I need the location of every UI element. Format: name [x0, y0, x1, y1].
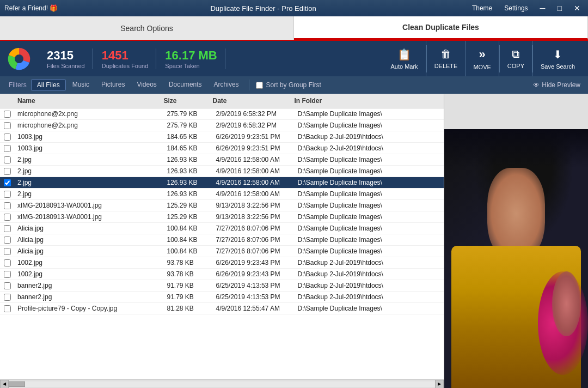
row-checkbox[interactable]	[4, 271, 11, 278]
row-name: 1003.jpg	[14, 131, 164, 142]
row-folder: D:\Sample Duplicate Images\	[295, 154, 444, 165]
filter-documents[interactable]: Documents	[163, 79, 207, 91]
table-row[interactable]: 2.jpg126.93 KB4/9/2016 12:58:00 AMD:\Sam…	[0, 177, 444, 189]
settings-button[interactable]: Settings	[501, 3, 531, 13]
row-name: Alicia.jpg	[14, 234, 164, 245]
row-size: 91.79 KB	[164, 292, 213, 302]
table-row[interactable]: xIMG-20180913-WA0001.jpg125.29 KB9/13/20…	[0, 200, 444, 211]
scroll-left-arrow[interactable]: ◀	[0, 380, 9, 389]
file-table-body[interactable]: microphone@2x.png275.79 KB2/9/2019 6:58:…	[0, 108, 444, 379]
row-checkbox[interactable]	[4, 214, 11, 221]
maximize-button[interactable]: □	[554, 3, 565, 14]
save-search-button[interactable]: ⬇ Save Search	[533, 41, 583, 76]
row-checkbox-cell[interactable]	[0, 143, 14, 154]
row-checkbox[interactable]	[4, 179, 11, 186]
row-checkbox-cell[interactable]	[0, 235, 14, 245]
table-row[interactable]: Alicia.jpg100.84 KB7/27/2016 8:07:06 PMD…	[0, 234, 444, 246]
move-label: MOVE	[473, 64, 491, 70]
row-checkbox[interactable]	[4, 225, 11, 232]
filter-all-files[interactable]: All Files	[31, 79, 66, 91]
table-row[interactable]: banner2.jpg91.79 KB6/25/2019 4:13:53 PMD…	[0, 292, 444, 303]
row-size: 126.93 KB	[164, 166, 213, 177]
table-row[interactable]: Alicia.jpg100.84 KB7/27/2016 8:07:06 PMD…	[0, 246, 444, 257]
row-checkbox[interactable]	[4, 134, 11, 141]
close-button[interactable]: ✕	[571, 3, 584, 14]
row-checkbox[interactable]	[4, 294, 11, 301]
move-button[interactable]: » MOVE	[465, 41, 499, 76]
row-checkbox[interactable]	[4, 282, 11, 289]
scroll-thumb[interactable]	[9, 381, 25, 387]
row-checkbox-cell[interactable]	[0, 281, 14, 291]
auto-mark-button[interactable]: 📋 Auto Mark	[383, 41, 426, 76]
minimize-button[interactable]: ─	[537, 3, 549, 14]
table-row[interactable]: xIMG-20180913-WA0001.jpg125.29 KB9/13/20…	[0, 211, 444, 223]
row-checkbox[interactable]	[4, 305, 11, 312]
scroll-right-arrow[interactable]: ▶	[435, 380, 444, 389]
table-row[interactable]: 2.jpg126.93 KB4/9/2016 12:58:00 AMD:\Sam…	[0, 154, 444, 166]
table-row[interactable]: 1003.jpg184.65 KB6/26/2019 9:23:51 PMD:\…	[0, 143, 444, 154]
row-checkbox-cell[interactable]	[0, 246, 14, 257]
row-checkbox[interactable]	[4, 156, 11, 163]
header-size[interactable]: Size	[161, 96, 210, 106]
header-folder[interactable]: In Folder	[291, 96, 438, 106]
titlebar-left: Refer a Friend! 🎁	[4, 4, 58, 12]
table-row[interactable]: Profile-picture79 - Copy - Copy.jpg81.28…	[0, 303, 444, 314]
row-checkbox[interactable]	[4, 248, 11, 255]
svg-point-1	[15, 54, 23, 63]
table-row[interactable]: 1003.jpg184.65 KB6/26/2019 9:23:51 PMD:\…	[0, 131, 444, 143]
row-checkbox[interactable]	[4, 168, 11, 175]
table-row[interactable]: microphone@2x.png275.79 KB2/9/2019 6:58:…	[0, 108, 444, 120]
main-content: Name Size Date In Folder microphone@2x.p…	[0, 94, 588, 388]
refer-friend-label[interactable]: Refer a Friend! 🎁	[4, 4, 58, 12]
row-checkbox[interactable]	[4, 259, 11, 266]
row-checkbox-cell[interactable]	[0, 201, 14, 211]
row-checkbox-cell[interactable]	[0, 223, 14, 234]
row-checkbox-cell[interactable]	[0, 189, 14, 199]
row-checkbox-cell[interactable]	[0, 155, 14, 165]
table-row[interactable]: microphone@2x.png275.79 KB2/9/2019 6:58:…	[0, 120, 444, 131]
row-checkbox-cell[interactable]	[0, 120, 14, 131]
row-checkbox-cell[interactable]	[0, 132, 14, 142]
table-row[interactable]: 1002.jpg93.78 KB6/26/2019 9:23:43 PMD:\B…	[0, 269, 444, 280]
table-row[interactable]: 1002.jpg93.78 KB6/26/2019 9:23:43 PMD:\B…	[0, 257, 444, 269]
row-checkbox-cell[interactable]	[0, 109, 14, 119]
row-checkbox[interactable]	[4, 111, 11, 118]
hide-preview-button[interactable]: 👁 Hide Preview	[529, 80, 585, 90]
row-size: 275.79 KB	[164, 108, 213, 119]
filter-buttons: All Files Music Pictures Videos Document…	[31, 79, 244, 91]
row-checkbox[interactable]	[4, 237, 11, 244]
copy-button[interactable]: ⧉ COPY	[500, 41, 532, 76]
row-checkbox[interactable]	[4, 122, 11, 129]
row-checkbox[interactable]	[4, 145, 11, 152]
tab-clean-duplicates[interactable]: Clean Duplicate Files	[294, 16, 588, 40]
filter-music[interactable]: Music	[67, 79, 95, 91]
header-date[interactable]: Date	[210, 96, 291, 106]
row-folder: D:\Sample Duplicate Images\	[295, 177, 444, 188]
row-checkbox-cell[interactable]	[0, 258, 14, 268]
theme-button[interactable]: Theme	[469, 3, 495, 13]
row-name: xIMG-20180913-WA0001.jpg	[14, 200, 164, 211]
filter-pictures[interactable]: Pictures	[96, 79, 130, 91]
row-checkbox-cell[interactable]	[0, 178, 14, 188]
table-row[interactable]: Alicia.jpg100.84 KB7/27/2016 8:07:06 PMD…	[0, 223, 444, 234]
filter-videos[interactable]: Videos	[131, 79, 162, 91]
row-checkbox[interactable]	[4, 202, 11, 209]
table-row[interactable]: 2.jpg126.93 KB4/9/2016 12:58:00 AMD:\Sam…	[0, 166, 444, 177]
row-checkbox[interactable]	[4, 191, 11, 198]
header-name[interactable]: Name	[14, 96, 161, 106]
row-checkbox-cell[interactable]	[0, 269, 14, 280]
delete-button[interactable]: 🗑 DELETE	[427, 41, 466, 76]
sort-by-group-checkbox[interactable]	[256, 82, 263, 89]
row-checkbox-cell[interactable]	[0, 292, 14, 302]
table-row[interactable]: banner2.jpg91.79 KB6/25/2019 4:13:53 PMD…	[0, 280, 444, 292]
row-checkbox-cell[interactable]	[0, 304, 14, 314]
filter-archives[interactable]: Archives	[209, 79, 244, 91]
horizontal-scrollbar[interactable]: ◀ ▶	[0, 379, 444, 388]
table-row[interactable]: 2.jpg126.93 KB4/9/2016 12:58:00 AMD:\Sam…	[0, 189, 444, 200]
row-checkbox-cell[interactable]	[0, 166, 14, 177]
scroll-track[interactable]	[9, 381, 435, 387]
row-name: 2.jpg	[14, 154, 164, 165]
tab-search-options[interactable]: Search Options	[0, 16, 294, 40]
row-checkbox-cell[interactable]	[0, 212, 14, 222]
row-name: 1002.jpg	[14, 257, 164, 268]
